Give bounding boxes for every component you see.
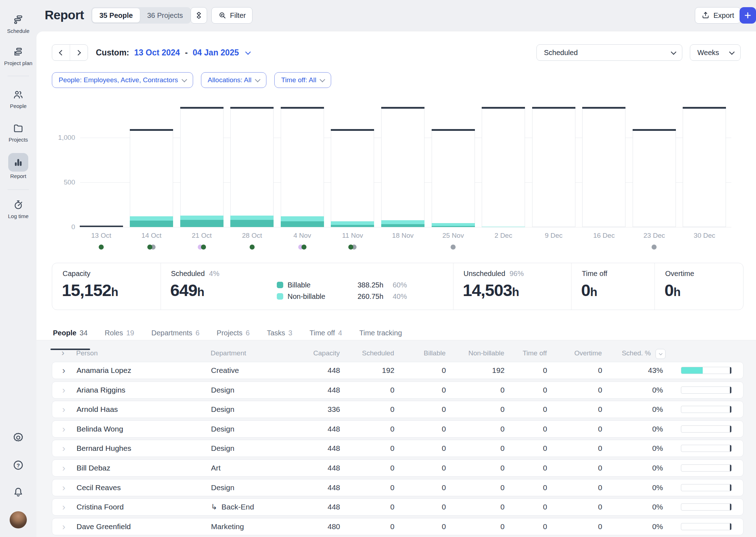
col-timeoff[interactable]: Time off — [497, 349, 547, 358]
row-expander-icon[interactable]: › — [62, 382, 65, 398]
tab-departments[interactable]: Departments6 — [151, 329, 200, 338]
user-avatar[interactable] — [0, 511, 36, 528]
table-row[interactable]: ›Bernard HughesDesign448000000% — [52, 440, 743, 457]
sched-pct-value: 0% — [613, 401, 663, 418]
tab-people[interactable]: People34 — [53, 329, 88, 338]
capacity-bar[interactable] — [130, 129, 173, 227]
x-axis-label: 25 Nov — [428, 232, 478, 240]
col-capacity[interactable]: Capacity — [290, 349, 340, 358]
nonbillable-segment — [331, 221, 374, 225]
department: Design — [211, 440, 234, 457]
add-button[interactable] — [740, 7, 756, 24]
prev-week-button[interactable] — [52, 45, 70, 60]
col-billable[interactable]: Billable — [396, 349, 446, 358]
sidebar-item-log-time[interactable]: Log time — [0, 199, 36, 219]
table-row[interactable]: ›Bill DebazArt448000000% — [52, 459, 743, 477]
capacity-bar[interactable] — [80, 226, 123, 227]
tab-roles[interactable]: Roles19 — [105, 329, 134, 338]
sidebar-item-settings[interactable] — [0, 432, 36, 445]
sched-progress-bar — [681, 503, 732, 511]
department: ↳ Back-End — [211, 499, 254, 515]
overtime-value: 0 — [552, 518, 602, 535]
tab-time-tracking[interactable]: Time tracking — [359, 329, 402, 338]
capacity-bar[interactable] — [180, 107, 224, 227]
sidebar-item-help[interactable]: ? — [0, 459, 36, 472]
overtime-value: 0 — [552, 440, 602, 457]
sched-progress-bar — [681, 484, 732, 491]
row-expander-icon[interactable]: › — [62, 440, 65, 457]
capacity-bar[interactable] — [633, 129, 676, 227]
capacity-value: 448 — [290, 499, 340, 515]
people-filter-chip[interactable]: People: Employees, Active, Contractors — [52, 72, 193, 88]
allocations-filter-chip[interactable]: Allocations: All — [201, 72, 267, 88]
segment-projects[interactable]: 36 Projects — [140, 8, 190, 23]
row-expander-icon[interactable]: › — [62, 499, 65, 515]
capacity-cap — [130, 129, 173, 131]
tab-tasks[interactable]: Tasks3 — [267, 329, 292, 338]
col-person[interactable]: Person — [76, 349, 98, 358]
legend-value: 260.75h — [341, 292, 383, 301]
sidebar-item-label: Log time — [0, 213, 36, 219]
sched-progress-bar — [681, 464, 732, 472]
row-expander-icon[interactable]: › — [62, 362, 65, 379]
nonbillable-segment — [432, 223, 475, 226]
row-expander-icon[interactable]: › — [62, 421, 65, 437]
table-row[interactable]: ›Belinda WongDesign448000000% — [52, 420, 743, 438]
row-expander-icon[interactable]: › — [62, 460, 65, 476]
next-week-button[interactable] — [70, 45, 88, 60]
capacity-bar[interactable] — [683, 107, 726, 227]
capacity-bar[interactable] — [582, 107, 625, 227]
help-icon: ? — [13, 459, 24, 471]
capacity-bar[interactable] — [381, 107, 424, 227]
custom-label: Custom: — [96, 48, 129, 58]
export-button[interactable]: Export — [695, 7, 741, 24]
col-department[interactable]: Department — [211, 349, 246, 358]
timeoff-filter-chip[interactable]: Time off: All — [274, 72, 331, 88]
metric-select[interactable]: Scheduled — [536, 44, 682, 61]
sidebar-item-projects[interactable]: Projects — [0, 122, 36, 143]
capacity-bar[interactable] — [432, 129, 475, 227]
capacity-bar[interactable] — [230, 107, 274, 227]
row-expander-icon[interactable]: › — [62, 518, 65, 535]
week-markers — [76, 245, 126, 250]
capacity-value: 448 — [290, 440, 340, 457]
table-row[interactable]: ›Arnold HaasDesign336000000% — [52, 401, 743, 418]
nonbillable-segment — [381, 220, 424, 224]
row-expander-icon[interactable]: › — [62, 401, 65, 418]
table-row[interactable]: ›Anamaria LopezCreative44819201920043% — [52, 362, 743, 379]
capacity-bar[interactable] — [281, 107, 324, 227]
col-scheduled[interactable]: Scheduled — [344, 349, 394, 358]
date-end-link[interactable]: 04 Jan 2025 — [193, 48, 239, 58]
date-start-link[interactable]: 13 Oct 2024 — [134, 48, 180, 58]
table-row[interactable]: ›Cecil ReavesDesign448000000% — [52, 479, 743, 496]
col-schedpct[interactable]: Sched. % — [601, 349, 651, 358]
sidebar-item-project-plan[interactable]: Project plan — [0, 46, 36, 66]
table-row[interactable]: ›Dave GreenfieldMarketing480000000% — [52, 518, 743, 535]
group-by-button[interactable] — [191, 7, 207, 24]
capacity-bar[interactable] — [532, 107, 575, 227]
sidebar-item-schedule[interactable]: Schedule — [0, 14, 36, 34]
row-expander-icon[interactable]: › — [62, 479, 65, 496]
sidebar-item-people[interactable]: People — [0, 89, 36, 109]
capacity-cap — [281, 107, 324, 109]
tab-label: Roles — [105, 329, 123, 337]
divider — [654, 263, 655, 310]
interval-select[interactable]: Weeks — [690, 44, 741, 61]
tab-time-off[interactable]: Time off4 — [309, 329, 342, 338]
table-row[interactable]: ›Ariana RigginsDesign448000000% — [52, 381, 743, 399]
chevron-down-icon[interactable] — [245, 49, 251, 55]
tab-projects[interactable]: Projects6 — [217, 329, 250, 338]
segment-people[interactable]: 35 People — [92, 8, 140, 23]
capacity-bar[interactable] — [331, 129, 374, 227]
column-options-button[interactable] — [656, 349, 666, 359]
header-expander-icon[interactable]: › — [62, 349, 64, 357]
filter-button[interactable]: Filter — [211, 7, 252, 24]
table-row[interactable]: ›Cristina Foord↳ Back-End448000000% — [52, 498, 743, 516]
tab-label: Time off — [309, 329, 335, 337]
x-axis-label: 11 Nov — [328, 232, 378, 240]
sidebar-item-report[interactable]: Report — [0, 153, 36, 179]
capacity-bar[interactable] — [482, 107, 525, 227]
col-overtime[interactable]: Overtime — [552, 349, 602, 358]
billable-segment — [381, 224, 424, 227]
sidebar-item-notifications[interactable] — [0, 486, 36, 499]
